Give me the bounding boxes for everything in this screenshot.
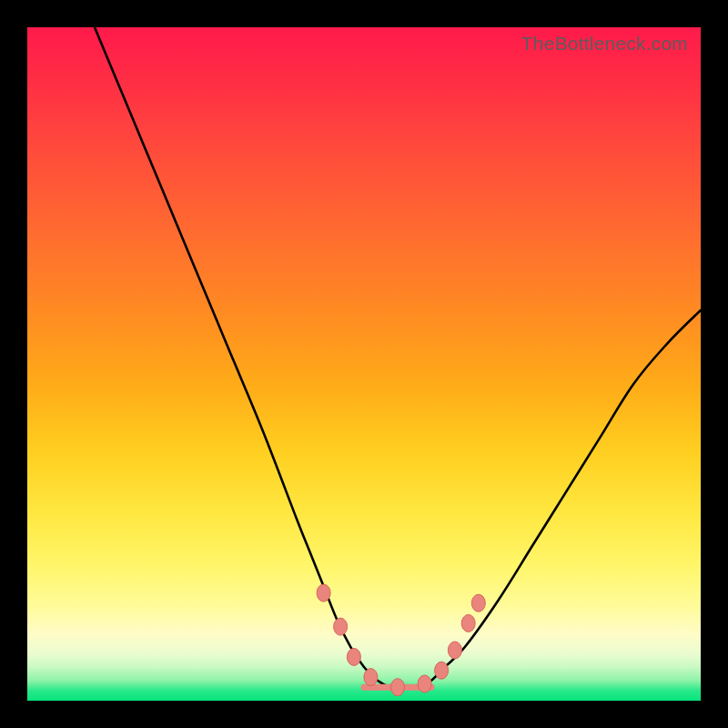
curve-markers-group [317, 584, 485, 696]
curve-marker [435, 662, 449, 679]
curve-marker [448, 642, 461, 659]
chart-frame: TheBottleneck.com [0, 0, 728, 728]
bottleneck-curve-path [95, 27, 701, 688]
curve-marker [461, 614, 475, 632]
curve-marker [418, 675, 431, 693]
curve-marker [317, 584, 330, 602]
curve-marker [391, 679, 405, 696]
curve-marker [347, 648, 360, 665]
curve-marker [471, 594, 485, 612]
curve-marker [364, 669, 378, 686]
curve-marker [334, 618, 348, 635]
plot-area: TheBottleneck.com [27, 27, 701, 701]
bottleneck-curve-svg [27, 27, 701, 701]
